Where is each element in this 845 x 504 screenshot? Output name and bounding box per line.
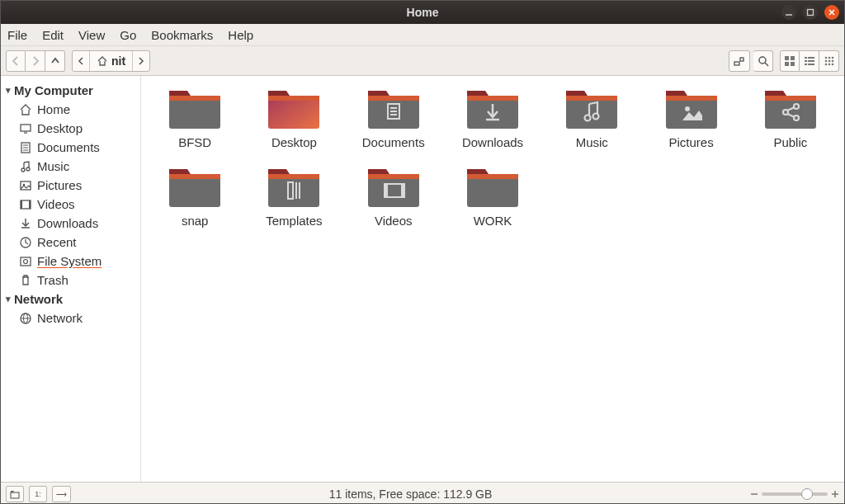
toggle-location-button[interactable] xyxy=(729,50,750,72)
back-button[interactable] xyxy=(6,50,26,72)
sidebar-item-downloads[interactable]: Downloads xyxy=(1,214,140,233)
search-button[interactable] xyxy=(753,50,773,72)
folder-icon xyxy=(166,164,224,209)
sidebar-item-label: Pictures xyxy=(37,178,82,192)
menu-edit[interactable]: Edit xyxy=(42,28,64,42)
folder-label: Templates xyxy=(266,214,322,228)
sidebar-item-documents[interactable]: Documents xyxy=(1,138,140,157)
folder-icon xyxy=(166,86,224,130)
maximize-button[interactable] xyxy=(803,5,818,20)
view-icons-button[interactable] xyxy=(780,50,800,72)
caret-down-icon: ▾ xyxy=(6,294,11,304)
sidebar-item-label: Documents xyxy=(37,140,100,154)
sidebar-item-music[interactable]: Music xyxy=(1,157,140,176)
recent-icon xyxy=(19,236,32,249)
view-compact-button[interactable] xyxy=(819,50,839,72)
tree-section-header[interactable]: ▾Network xyxy=(1,290,140,309)
sidebar-item-label: Desktop xyxy=(37,121,83,135)
tree-section-label: My Computer xyxy=(14,83,93,97)
svg-rect-85 xyxy=(401,184,404,197)
folder-bfsd[interactable]: BFSD xyxy=(149,86,240,149)
menu-file[interactable]: File xyxy=(7,28,27,42)
svg-rect-27 xyxy=(21,125,31,131)
folder-music[interactable]: Music xyxy=(546,86,637,149)
svg-point-33 xyxy=(21,168,25,172)
tree-section-header[interactable]: ▾My Computer xyxy=(1,81,140,100)
content-pane[interactable]: BFSDDesktopDocumentsDownloadsMusicPictur… xyxy=(141,76,844,482)
svg-point-43 xyxy=(24,259,28,263)
svg-rect-15 xyxy=(808,60,814,62)
folder-snap[interactable]: snap xyxy=(149,164,240,228)
zoom-in-icon xyxy=(831,490,839,498)
sidebar-item-label: Home xyxy=(37,102,70,116)
sidebar-item-label: Trash xyxy=(37,273,68,287)
path-next-button[interactable] xyxy=(133,51,149,71)
close-sidebar-button[interactable]: ⟶ xyxy=(52,486,71,502)
folder-icon xyxy=(663,86,720,130)
svg-rect-50 xyxy=(268,96,319,101)
up-button[interactable] xyxy=(45,50,65,72)
menu-bar: File Edit View Go Bookmarks Help xyxy=(1,24,844,46)
svg-rect-68 xyxy=(765,96,816,101)
sidebar-item-label: Network xyxy=(37,311,83,325)
folder-work[interactable]: WORK xyxy=(447,164,538,228)
minimize-button[interactable] xyxy=(781,5,796,20)
download-icon xyxy=(19,217,32,230)
breadcrumb-home[interactable]: nit xyxy=(90,51,133,71)
folder-icon xyxy=(265,164,323,209)
sidebar-item-label: Videos xyxy=(37,197,75,211)
folder-label: Desktop xyxy=(271,135,317,149)
folder-pictures[interactable]: Pictures xyxy=(645,86,736,149)
menu-view[interactable]: View xyxy=(78,28,105,42)
sidebar-item-label: Downloads xyxy=(37,216,98,230)
arrow-left-icon xyxy=(11,56,21,66)
breadcrumb-label: nit xyxy=(111,54,125,68)
folder-label: Downloads xyxy=(462,135,523,149)
window-title: Home xyxy=(1,6,844,19)
folder-documents[interactable]: Documents xyxy=(348,86,439,149)
svg-rect-48 xyxy=(169,96,220,101)
folder-videos[interactable]: Videos xyxy=(348,164,439,228)
disk-icon xyxy=(19,255,32,268)
zoom-slider[interactable] xyxy=(750,490,839,498)
sidebar-item-network[interactable]: Network xyxy=(1,309,140,327)
svg-point-6 xyxy=(759,57,766,64)
path-bar: nit xyxy=(72,50,150,72)
folder-icon xyxy=(365,164,422,209)
toolbar: nit xyxy=(1,46,844,76)
svg-rect-16 xyxy=(805,64,807,65)
forward-button[interactable] xyxy=(26,50,45,72)
folder-public[interactable]: Public xyxy=(745,86,836,149)
folder-downloads[interactable]: Downloads xyxy=(447,86,538,149)
folder-desktop[interactable]: Desktop xyxy=(248,86,339,149)
menu-bookmarks[interactable]: Bookmarks xyxy=(151,28,213,42)
close-button[interactable] xyxy=(824,5,839,20)
video-icon xyxy=(19,198,32,211)
svg-point-21 xyxy=(824,59,827,62)
folder-icon xyxy=(464,86,522,130)
menu-help[interactable]: Help xyxy=(228,28,253,42)
music-icon xyxy=(19,160,32,173)
show-places-button[interactable] xyxy=(6,486,24,502)
menu-go[interactable]: Go xyxy=(120,28,136,42)
svg-line-7 xyxy=(765,63,768,66)
sidebar-item-desktop[interactable]: Desktop xyxy=(1,119,140,138)
sidebar-item-home[interactable]: Home xyxy=(1,100,140,119)
folder-label: Music xyxy=(576,135,608,149)
sidebar-item-videos[interactable]: Videos xyxy=(1,195,140,214)
svg-rect-65 xyxy=(666,96,717,101)
svg-point-66 xyxy=(685,106,690,111)
svg-point-18 xyxy=(824,56,827,59)
folder-templates[interactable]: Templates xyxy=(248,164,339,228)
svg-rect-61 xyxy=(566,96,617,101)
view-list-button[interactable] xyxy=(800,50,819,72)
sidebar-item-file-system[interactable]: File System xyxy=(1,252,140,271)
sidebar-item-trash[interactable]: Trash xyxy=(1,271,140,290)
show-treeview-button[interactable]: 1: xyxy=(29,486,47,502)
compact-icon xyxy=(824,55,835,67)
sidebar-item-pictures[interactable]: Pictures xyxy=(1,176,140,195)
path-prev-button[interactable] xyxy=(73,51,90,71)
svg-rect-5 xyxy=(740,58,744,61)
svg-rect-87 xyxy=(467,174,518,179)
sidebar-item-recent[interactable]: Recent xyxy=(1,233,140,252)
